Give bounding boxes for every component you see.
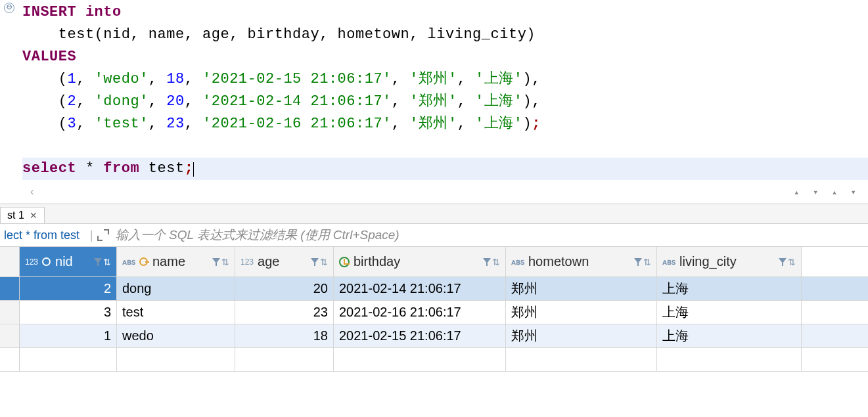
cell-nid[interactable]: 3 [20, 301, 117, 324]
cell-birthday[interactable]: 2021-02-14 21:06:17 [334, 277, 506, 300]
col-header-nid[interactable]: 123nid ⇅ [20, 247, 117, 276]
table-row[interactable]: 3 test 23 2021-02-16 21:06:17 郑州 上海 [0, 301, 868, 324]
filter-icon[interactable] [634, 258, 642, 266]
cell-nid[interactable]: 1 [20, 324, 117, 347]
cell-age[interactable]: 18 [235, 324, 334, 347]
header-row: 123nid ⇅ ᴀʙꜱname ⇅ 123age ⇅ birthday ⇅ ᴀ… [0, 247, 868, 277]
text-type-icon: ᴀʙꜱ [662, 257, 675, 267]
keyword-values: VALUES [22, 49, 76, 65]
expand-icon[interactable] [97, 229, 109, 241]
cell-age[interactable]: 23 [235, 301, 334, 324]
col-label: birthday [354, 254, 400, 269]
filter-icon[interactable] [311, 258, 319, 266]
table-row[interactable]: 1 wedo 18 2021-02-15 21:06:17 郑州 上海 [0, 324, 868, 348]
cell-name[interactable]: wedo [117, 324, 235, 347]
cell-hometown[interactable]: 郑州 [506, 301, 657, 324]
result-tab[interactable]: st 1 ✕ [0, 207, 45, 223]
col-label: living_city [679, 254, 737, 269]
editor-status-row: ‹ ▴ ▾ ▴ ▾ [0, 184, 868, 204]
col-header-birthday[interactable]: birthday ⇅ [334, 247, 506, 276]
number-type-icon: 123 [25, 257, 38, 267]
number-type-icon: 123 [240, 257, 254, 267]
separator: | [86, 229, 97, 242]
cell-nid[interactable]: 2 [20, 277, 117, 300]
filter-icon[interactable] [212, 258, 220, 266]
row-handle[interactable] [0, 324, 20, 347]
cell-living-city[interactable]: 上海 [657, 324, 802, 347]
sort-icon[interactable]: ⇅ [492, 257, 500, 267]
cell-name[interactable]: test [117, 301, 235, 324]
col-header-name[interactable]: ᴀʙꜱname ⇅ [117, 247, 235, 276]
key-icon [42, 257, 51, 267]
cell-birthday[interactable]: 2021-02-16 21:06:17 [334, 301, 506, 324]
result-tab-label: st 1 [7, 209, 24, 221]
cell-living-city[interactable]: 上海 [657, 301, 802, 324]
cols-list: nid, name, age, birthday, hometown, livi… [103, 26, 526, 43]
sql-editor[interactable]: ⊖ INSERT into test(nid, name, age, birth… [0, 0, 868, 204]
keyword-select: select [22, 160, 76, 177]
num: 1 [68, 71, 77, 87]
filter-icon[interactable] [779, 258, 787, 266]
cell-hometown[interactable]: 郑州 [506, 324, 657, 347]
keyword-into: into [85, 4, 122, 20]
cell-birthday[interactable]: 2021-02-15 21:06:17 [334, 324, 506, 347]
ident-test: test [58, 26, 95, 43]
col-label: name [152, 254, 185, 269]
keyword-from: from [103, 160, 139, 177]
datetime-type-icon [339, 257, 350, 267]
keyword-insert: INSERT [22, 4, 76, 20]
sort-icon[interactable]: ⇅ [320, 257, 328, 267]
corner-cell[interactable] [0, 247, 20, 276]
close-icon[interactable]: ✕ [30, 210, 37, 221]
filter-icon[interactable] [94, 258, 102, 266]
caret-icon [193, 162, 194, 177]
paren-close: ) [526, 26, 536, 43]
col-label: age [258, 254, 279, 269]
col-header-living-city[interactable]: ᴀʙꜱliving_city ⇅ [657, 247, 802, 276]
fold-icon[interactable]: ⊖ [4, 3, 14, 13]
code-area[interactable]: INSERT into test(nid, name, age, birthda… [0, 0, 868, 184]
sort-icon[interactable]: ⇅ [103, 257, 111, 267]
sort-icon[interactable]: ⇅ [643, 257, 651, 267]
filter-input[interactable]: 输入一个 SQL 表达式来过滤结果 (使用 Ctrl+Space) [116, 227, 864, 244]
result-tab-bar: st 1 ✕ [0, 204, 868, 223]
scroll-nav-icons[interactable]: ▴ ▾ ▴ ▾ [794, 187, 860, 198]
sort-icon[interactable]: ⇅ [221, 257, 229, 267]
table-row[interactable]: 2 dong 20 2021-02-14 21:06:17 郑州 上海 [0, 277, 868, 301]
text-type-icon: ᴀʙꜱ [511, 257, 524, 267]
current-line: select * from test; [22, 158, 868, 180]
cell-age[interactable]: 20 [235, 277, 334, 300]
col-header-age[interactable]: 123age ⇅ [235, 247, 334, 276]
str: 'wedo' [95, 71, 148, 87]
col-label: nid [55, 254, 73, 269]
cell-hometown[interactable]: 郑州 [506, 277, 657, 300]
result-grid: 123nid ⇅ ᴀʙꜱname ⇅ 123age ⇅ birthday ⇅ ᴀ… [0, 246, 868, 372]
col-header-hometown[interactable]: ᴀʙꜱhometown ⇅ [506, 247, 657, 276]
filter-query-label: lect * from test [4, 229, 86, 242]
key-icon [139, 257, 148, 267]
empty-row [0, 348, 868, 372]
row-handle[interactable] [0, 277, 20, 300]
filter-icon[interactable] [483, 258, 491, 266]
col-label: hometown [528, 254, 589, 269]
scroll-left-icon[interactable]: ‹ [29, 187, 35, 198]
row-handle [0, 348, 20, 371]
text-type-icon: ᴀʙꜱ [122, 257, 135, 267]
cell-living-city[interactable]: 上海 [657, 277, 802, 300]
paren-open: ( [95, 26, 104, 43]
sort-icon[interactable]: ⇅ [788, 257, 796, 267]
row-handle[interactable] [0, 301, 20, 324]
filter-bar: lect * from test | 输入一个 SQL 表达式来过滤结果 (使用… [0, 223, 868, 246]
cell-name[interactable]: dong [117, 277, 235, 300]
